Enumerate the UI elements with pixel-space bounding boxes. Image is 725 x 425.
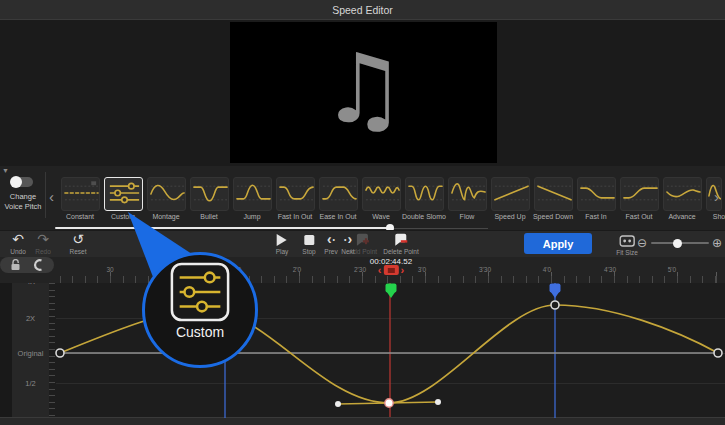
zoom-in-icon[interactable]: ⊕	[712, 236, 722, 250]
zoom-out-icon[interactable]: ⊖	[637, 236, 647, 250]
music-note-icon: ♫	[230, 22, 497, 163]
preview-area: ♫	[0, 20, 725, 166]
redo-icon: ↷	[37, 233, 49, 246]
green-playhead-pin[interactable]	[386, 284, 397, 299]
montage-curve-icon	[148, 178, 186, 208]
collapse-panel-icon[interactable]: ▼	[2, 167, 9, 174]
prev-point-button[interactable]: ‹• Prev	[324, 233, 337, 255]
speed-down-curve-icon	[535, 178, 573, 208]
play-icon	[277, 234, 287, 246]
add-point-icon	[356, 233, 370, 246]
advance-curve-icon	[664, 178, 702, 208]
undo-icon: ↶	[12, 233, 24, 246]
title-bar: Speed Editor	[0, 0, 725, 20]
fast-in-out-curve-icon	[277, 178, 315, 208]
toggle-knob	[10, 176, 22, 188]
preset-thumbnail[interactable]	[319, 177, 358, 211]
curve-point[interactable]	[56, 349, 64, 357]
preset-thumbnail[interactable]	[620, 177, 659, 211]
flow-curve-icon	[449, 178, 487, 208]
constant-curve-icon	[62, 178, 100, 208]
apply-button[interactable]: Apply	[524, 233, 592, 254]
custom-curve-icon	[105, 178, 143, 208]
preset-item-fast-out[interactable]: Fast Out	[620, 177, 659, 211]
curve-handle[interactable]	[335, 401, 341, 407]
preset-item-wave[interactable]: Wave	[362, 177, 401, 211]
fast-in-curve-icon	[578, 178, 616, 208]
bullet-curve-icon	[191, 178, 229, 208]
preset-item-speed-down[interactable]: Speed Down	[534, 177, 573, 211]
reset-button[interactable]: ↺ Reset	[70, 233, 87, 255]
toolbar: ↶ Undo ↷ Redo ↺ Reset Play Stop ‹• Prev …	[0, 230, 725, 258]
jump-curve-icon	[234, 178, 272, 208]
fast-out-curve-icon	[621, 178, 659, 208]
video-preview: ♫	[230, 22, 497, 163]
stop-button[interactable]: Stop	[302, 233, 315, 255]
add-point-button[interactable]: Add Point	[349, 233, 377, 255]
speed-editor-window: Speed Editor ♫ ▼ ChangeVoice Pitch ‹ Con…	[0, 0, 725, 425]
ease-in-out-curve-icon	[320, 178, 358, 208]
window-title: Speed Editor	[332, 4, 393, 16]
curve-handle[interactable]	[435, 399, 441, 405]
reset-icon: ↺	[72, 233, 84, 246]
zoom-slider-knob[interactable]	[673, 239, 682, 248]
voice-pitch-toggle[interactable]	[12, 177, 33, 187]
preset-row: ▼ ChangeVoice Pitch ‹ ConstantCustomMont…	[0, 166, 725, 230]
delete-point-button[interactable]: Delete Point	[383, 233, 418, 255]
double-slomo-curve-icon	[406, 178, 444, 208]
redo-button[interactable]: ↷ Redo	[35, 233, 51, 255]
preset-label: Sho	[688, 213, 725, 220]
preset-thumbnail[interactable]	[362, 177, 401, 211]
preset-item-ease-in-out[interactable]: Ease In Out	[319, 177, 358, 211]
preset-scrollbar-rest	[390, 228, 488, 229]
voice-pitch-label: ChangeVoice Pitch	[0, 192, 46, 212]
custom-preset-zoom-icon	[169, 261, 231, 323]
preset-thumbnail[interactable]	[405, 177, 444, 211]
preset-item-fast-in-out[interactable]: Fast In Out	[276, 177, 315, 211]
preset-thumbnail[interactable]	[233, 177, 272, 211]
preset-scrollbar-track[interactable]	[55, 227, 390, 229]
preset-thumbnail[interactable]	[448, 177, 487, 211]
preset-item-jump[interactable]: Jump	[233, 177, 272, 211]
preset-item-fast-in[interactable]: Fast In	[577, 177, 616, 211]
preset-thumbnail[interactable]	[577, 177, 616, 211]
divider	[45, 172, 46, 218]
wave-curve-icon	[363, 178, 401, 208]
preset-thumbnail[interactable]	[534, 177, 573, 211]
presets-scroll-left-icon[interactable]: ‹	[49, 189, 54, 204]
preset-thumbnail[interactable]	[491, 177, 530, 211]
curve-point[interactable]	[714, 349, 722, 357]
fit-size-icon	[619, 235, 635, 247]
stop-icon	[304, 235, 314, 245]
delete-point-icon	[394, 233, 408, 246]
undo-button[interactable]: ↶ Undo	[10, 233, 26, 255]
preset-item-double-slomo[interactable]: Double Slomo	[405, 177, 444, 211]
callout-label: Custom	[142, 324, 258, 340]
preset-thumbnail[interactable]	[276, 177, 315, 211]
curve-point[interactable]	[551, 301, 559, 309]
presets-scroll-right-icon[interactable]: ›	[714, 189, 719, 204]
preset-item-flow[interactable]: Flow	[448, 177, 487, 211]
preset-item-advance[interactable]: Advance	[663, 177, 702, 211]
prev-icon: ‹•	[327, 233, 335, 246]
blue-marker-pin[interactable]	[550, 284, 561, 299]
preset-thumbnail[interactable]	[61, 177, 100, 211]
preset-item-speed-up[interactable]: Speed Up	[491, 177, 530, 211]
preset-thumbnail[interactable]	[663, 177, 702, 211]
preset-item-constant[interactable]: Constant	[61, 177, 100, 211]
speed-up-curve-icon	[492, 178, 530, 208]
curve-point-selected[interactable]	[385, 399, 393, 407]
speed-curve-overlay	[0, 257, 725, 425]
fit-size-button[interactable]: Fit Size	[616, 235, 638, 256]
play-button[interactable]: Play	[276, 233, 289, 255]
